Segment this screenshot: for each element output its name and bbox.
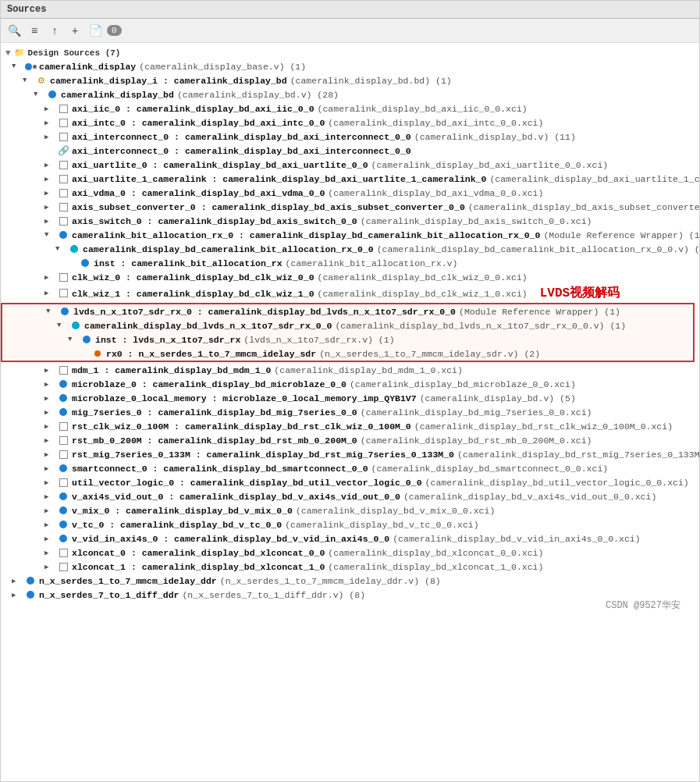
tree-row[interactable]: ▶microblaze_0 : cameralink_display_bd_mi… <box>1 377 699 391</box>
tree-row[interactable]: ▼lvds_n_x_1to7_sdr_rx_0 : cameralink_dis… <box>2 304 693 318</box>
report-button[interactable]: 📄 <box>87 22 104 39</box>
tree-row[interactable]: ▶clk_wiz_0 : cameralink_display_bd_clk_w… <box>1 270 699 284</box>
tree-row[interactable]: ▶smartconnect_0 : cameralink_display_bd_… <box>1 461 699 475</box>
node-icon <box>57 560 69 573</box>
node-label: v_mix_0 : cameralink_display_bd_v_mix_0_… <box>72 506 495 516</box>
tree-row[interactable]: ▼⚙cameralink_display_i : cameralink_disp… <box>1 73 699 87</box>
node-icon <box>57 392 69 404</box>
tree-row[interactable]: ▼inst : lvds_n_x_1to7_sdr_rx(lvds_n_x_1t… <box>2 332 693 347</box>
expander[interactable]: ▶ <box>44 380 55 389</box>
add-button[interactable]: + <box>66 22 84 39</box>
expander[interactable]: ▶ <box>44 563 55 571</box>
tree-row[interactable]: 🔗axi_interconnect_0 : cameralink_display… <box>1 144 699 158</box>
node-icon <box>24 574 37 587</box>
tree-row[interactable]: ▶v_mix_0 : cameralink_display_bd_v_mix_0… <box>1 503 699 517</box>
tree-row[interactable]: ▶axi_vdma_0 : cameralink_display_bd_axi_… <box>1 186 699 200</box>
expander[interactable]: ▶ <box>44 203 55 211</box>
expander[interactable]: ▼ <box>68 336 79 343</box>
tree-row[interactable]: ▼cameralink_display(cameralink_display_b… <box>1 59 699 73</box>
tree-row[interactable]: ▶v_vid_in_axi4s_0 : cameralink_display_b… <box>1 531 699 546</box>
tree-row[interactable]: ▶microblaze_0_local_memory : microblaze_… <box>1 391 699 405</box>
node-icon: ⚙ <box>35 74 48 87</box>
node-icon <box>57 364 69 376</box>
tree-row[interactable]: ▼cameralink_bit_allocation_rx_0 : camera… <box>1 228 699 242</box>
tree-row[interactable]: ▶rst_mig_7series_0_133M : cameralink_dis… <box>1 447 699 461</box>
node-label: clk_wiz_1 : cameralink_display_bd_clk_wi… <box>72 285 620 301</box>
tree-row[interactable]: ▶axi_uartlite_0 : cameralink_display_bd_… <box>1 158 699 172</box>
node-label: util_vector_logic_0 : cameralink_display… <box>72 478 689 488</box>
expander[interactable]: ▶ <box>44 464 55 473</box>
tree-row[interactable]: ▶rst_mb_0_200M : cameralink_display_bd_r… <box>1 433 699 447</box>
expander[interactable]: ▶ <box>44 507 55 515</box>
node-label: cameralink_display_i : cameralink_displa… <box>50 76 452 86</box>
tree-row[interactable]: ▶clk_wiz_1 : cameralink_display_bd_clk_w… <box>1 284 699 302</box>
tree-row[interactable]: ▶mdm_1 : cameralink_display_bd_mdm_1_0(c… <box>1 363 699 377</box>
expander[interactable]: ▶ <box>44 119 55 127</box>
expander[interactable]: ▶ <box>44 366 55 375</box>
tree-row[interactable]: ▶v_tc_0 : cameralink_display_bd_v_tc_0_0… <box>1 517 699 531</box>
tree-row[interactable]: ▶rst_clk_wiz_0_100M : cameralink_display… <box>1 419 699 433</box>
expander[interactable]: ▶ <box>44 289 55 297</box>
expander[interactable]: ▶ <box>44 422 55 431</box>
expander[interactable]: ▶ <box>44 105 55 113</box>
tree-row[interactable]: ▶mig_7series_0 : cameralink_display_bd_m… <box>1 405 699 419</box>
expander[interactable]: ▼ <box>12 62 23 70</box>
tree-row[interactable]: rx0 : n_x_serdes_1_to_7_mmcm_idelay_sdr(… <box>2 347 693 361</box>
expander[interactable]: ▶ <box>44 450 55 459</box>
expand-button[interactable]: ↑ <box>46 22 63 39</box>
collapse-button[interactable]: ≡ <box>26 22 43 39</box>
expander[interactable]: ▶ <box>44 273 55 282</box>
node-icon <box>57 518 69 531</box>
tree-row[interactable]: ▶xlconcat_1 : cameralink_display_bd_xlco… <box>1 560 699 574</box>
search-button[interactable]: 🔍 <box>5 22 23 39</box>
node-label: v_vid_in_axi4s_0 : cameralink_display_bd… <box>72 534 641 544</box>
tree-row[interactable]: ▼cameralink_display_bd(cameralink_displa… <box>1 87 699 101</box>
tree-row[interactable]: ▶n_x_serdes_1_to_7_mmcm_idelay_ddr(n_x_s… <box>1 574 699 588</box>
expander[interactable]: ▶ <box>12 577 23 585</box>
tree-row[interactable]: ▶axi_uartlite_1_cameralink : cameralink_… <box>1 172 699 186</box>
tree-row[interactable]: ▶axi_intc_0 : cameralink_display_bd_axi_… <box>1 116 699 130</box>
expander[interactable]: ▼ <box>57 322 68 329</box>
node-label: mdm_1 : cameralink_display_bd_mdm_1_0(ca… <box>72 365 463 375</box>
tree-row[interactable]: ▶axis_switch_0 : cameralink_display_bd_a… <box>1 214 699 228</box>
node-label: cameralink_display_bd(cameralink_display… <box>61 90 339 100</box>
expander[interactable]: ▶ <box>44 521 55 529</box>
tree-row[interactable]: ▶v_axi4s_vid_out_0 : cameralink_display_… <box>1 489 699 503</box>
node-label: xlconcat_1 : cameralink_display_bd_xlcon… <box>72 562 543 572</box>
node-label: axi_vdma_0 : cameralink_display_bd_axi_v… <box>72 188 543 198</box>
node-label: rst_mb_0_200M : cameralink_display_bd_rs… <box>72 435 592 446</box>
design-sources-header[interactable]: ▼ 📁 Design Sources (7) <box>1 46 699 59</box>
node-label: microblaze_0_local_memory : microblaze_0… <box>72 393 576 403</box>
expander[interactable]: ▶ <box>44 175 55 183</box>
tree-row[interactable]: inst : cameralink_bit_allocation_rx(came… <box>1 256 699 270</box>
expander[interactable]: ▶ <box>44 161 55 169</box>
expander[interactable]: ▶ <box>44 549 55 557</box>
tree-row[interactable]: ▶util_vector_logic_0 : cameralink_displa… <box>1 475 699 489</box>
sources-panel: Sources 🔍 ≡ ↑ + 📄 0 ▼ 📁 Design Sources (… <box>0 0 700 782</box>
node-icon <box>59 305 71 318</box>
expander[interactable]: ▶ <box>44 436 55 445</box>
tree-row[interactable]: ▶xlconcat_0 : cameralink_display_bd_xlco… <box>1 546 699 560</box>
lvds-annotation: LVDS视频解码 <box>540 286 620 300</box>
expander[interactable]: ▼ <box>46 307 57 315</box>
expander[interactable]: ▶ <box>44 408 55 417</box>
expander[interactable]: ▶ <box>44 217 55 226</box>
tree-row[interactable]: ▼cameralink_display_bd_lvds_n_x_1to7_sdr… <box>2 318 693 332</box>
expander[interactable]: ▼ <box>34 91 44 98</box>
expander[interactable]: ▼ <box>44 231 55 239</box>
tree-area[interactable]: ▼ 📁 Design Sources (7) ▼cameralink_displ… <box>1 43 699 781</box>
tree-row[interactable]: ▼cameralink_display_bd_cameralink_bit_al… <box>1 242 699 256</box>
expander[interactable]: ▶ <box>44 492 55 501</box>
node-label: axis_switch_0 : cameralink_display_bd_ax… <box>72 216 592 226</box>
expander[interactable]: ▼ <box>23 76 34 84</box>
expander[interactable]: ▶ <box>44 189 55 197</box>
node-label: axi_interconnect_0 : cameralink_display_… <box>72 132 576 142</box>
expander[interactable]: ▶ <box>44 133 55 141</box>
tree-row[interactable]: ▶axi_iic_0 : cameralink_display_bd_axi_i… <box>1 101 699 116</box>
expander[interactable]: ▶ <box>44 394 55 403</box>
expander[interactable]: ▶ <box>44 478 55 487</box>
expander[interactable]: ▶ <box>44 535 55 543</box>
expander[interactable]: ▼ <box>55 245 66 253</box>
tree-row[interactable]: ▶axis_subset_converter_0 : cameralink_di… <box>1 200 699 214</box>
tree-row[interactable]: ▶axi_interconnect_0 : cameralink_display… <box>1 130 699 144</box>
